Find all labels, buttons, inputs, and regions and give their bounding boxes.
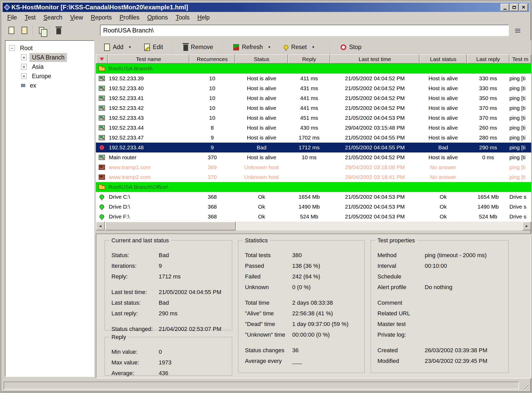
menu-reports[interactable]: Reports: [87, 13, 116, 22]
tree-item-asia[interactable]: +Asia: [5, 62, 94, 71]
cell-reply: 431 ms: [288, 85, 330, 91]
cell-reply: 1490 Mb: [288, 204, 330, 210]
delete-button[interactable]: [52, 24, 65, 37]
cell-last-status: Host is alive: [420, 125, 467, 131]
tree-item-usa-branch[interactable]: +USA Branch: [5, 53, 94, 62]
property-label: Last test time:: [111, 289, 159, 296]
column-header-recurrences[interactable]: Recurrences: [189, 54, 235, 64]
tree-item-europe[interactable]: +Europe: [5, 71, 94, 81]
property-value: 1973: [159, 359, 232, 366]
column-header-status[interactable]: Status: [235, 54, 288, 64]
refresh-button[interactable]: Refresh: [230, 42, 267, 53]
horizontal-scrollbar[interactable]: ◄ ►: [96, 222, 531, 230]
expand-icon[interactable]: +: [21, 64, 27, 70]
folder-row[interactable]: Root\USA Branch\: [96, 64, 531, 74]
menu-profiles[interactable]: Profiles: [116, 13, 143, 22]
copy-button[interactable]: [35, 24, 48, 37]
tree-item-ex[interactable]: ex: [5, 81, 94, 90]
test-toolbar: Add▼EditRemoveRefresh▼Reset▼Stop: [96, 40, 531, 54]
host-icon: [99, 96, 105, 101]
cell-last-status: Bad: [420, 144, 467, 151]
edit-test-icon: [144, 44, 150, 51]
column-header-test-name[interactable]: Test name: [108, 54, 189, 64]
folder-row[interactable]: Root\USA Branch\Office\: [96, 182, 531, 192]
cell-method: ping [ti: [509, 144, 531, 151]
property-label: Schedule: [377, 273, 425, 280]
cell-last-reply: 350 ms: [467, 95, 509, 101]
property-label: Passed: [245, 263, 292, 269]
maximize-icon: [513, 6, 516, 9]
reset-button-label: Reset: [291, 44, 307, 51]
new-test-button[interactable]: [5, 24, 18, 37]
scroll-thumb[interactable]: [105, 222, 236, 230]
property-label: "Unknown" time: [245, 331, 292, 338]
menu-file[interactable]: File: [3, 13, 21, 22]
row-icon-cell: [96, 145, 108, 150]
column-header-test-m[interactable]: Test m: [509, 54, 531, 64]
expand-icon[interactable]: +: [21, 73, 27, 79]
cell-last-reply: 1654 Mb: [467, 194, 509, 200]
menu-tools[interactable]: Tools: [172, 13, 194, 22]
cell-method: ping [ti: [509, 75, 531, 82]
test-row[interactable]: 192.52.233.3910Host is alive411 ms21/05/…: [96, 74, 531, 83]
menu-search[interactable]: Search: [39, 13, 66, 22]
reset-button[interactable]: Reset: [280, 42, 310, 53]
cell-last-reply: 370 ms: [467, 115, 509, 121]
scroll-right-arrow[interactable]: ►: [522, 222, 531, 230]
test-row[interactable]: Drive F:\368Ok524 Mb21/05/2002 04:04:53 …: [96, 212, 531, 222]
test-row[interactable]: Drive D:\368Ok1490 Mb21/05/2002 04:04:53…: [96, 202, 531, 212]
refresh-dropdown-arrow-icon[interactable]: ▼: [267, 45, 272, 49]
tree-item-root[interactable]: −Root: [5, 43, 94, 53]
scroll-left-arrow[interactable]: ◄: [96, 222, 105, 230]
menu-view[interactable]: View: [66, 13, 87, 22]
bulb-icon: [99, 214, 104, 219]
test-row[interactable]: 192.52.233.448Host is alive430 ms29/04/2…: [96, 123, 531, 133]
menu-options[interactable]: Options: [143, 13, 172, 22]
column-header-last-reply[interactable]: Last reply: [467, 54, 509, 64]
test-row[interactable]: www.tramp2.com370Unknown host29/04/2002 …: [96, 172, 531, 182]
test-row[interactable]: 192.52.233.479Host is alive1702 ms21/05/…: [96, 133, 531, 143]
column-header-last-test-time[interactable]: Last test time: [330, 54, 420, 64]
property-row: Max value:1973: [105, 359, 232, 366]
column-header-reply[interactable]: Reply: [288, 54, 330, 64]
cell-status: Unknown host: [235, 174, 288, 180]
minimize-button[interactable]: [501, 4, 509, 11]
cell-last-status: No answer: [420, 174, 467, 180]
menu-help[interactable]: Help: [194, 13, 214, 22]
close-icon: ×: [522, 4, 525, 10]
test-row[interactable]: 192.52.233.4210Host is alive441 ms21/05/…: [96, 103, 531, 113]
resize-grip[interactable]: [521, 382, 528, 389]
test-row[interactable]: 192.52.233.4010Host is alive431 ms21/05/…: [96, 83, 531, 93]
column-header-last-status[interactable]: Last status: [420, 54, 467, 64]
test-row[interactable]: 192.52.233.4110Host is alive441 ms21/05/…: [96, 93, 531, 103]
tree-item-label: USA Branch: [30, 54, 66, 62]
collapse-icon[interactable]: −: [9, 45, 15, 51]
close-button[interactable]: ×: [519, 4, 528, 11]
path-input[interactable]: [100, 25, 509, 36]
property-row: Master test: [371, 321, 508, 328]
test-row[interactable]: Drive C:\368Ok1654 Mb21/05/2002 04:04:53…: [96, 192, 531, 202]
property-row: Reply:1712 ms: [105, 273, 232, 280]
add-dropdown-arrow-icon[interactable]: ▼: [127, 45, 133, 49]
new-folder-button[interactable]: [18, 24, 31, 37]
add-button[interactable]: Add: [101, 42, 127, 53]
host-icon: [99, 105, 105, 111]
maximize-button[interactable]: [510, 4, 518, 11]
reset-dropdown-arrow-icon[interactable]: ▼: [310, 45, 316, 49]
toolbar-separator: [223, 42, 223, 52]
test-row[interactable]: www.tramp1.com369Unknown host29/04/2002 …: [96, 162, 531, 172]
view-options-button[interactable]: [511, 25, 524, 36]
remove-button[interactable]: Remove: [180, 42, 217, 53]
cell-reply: 1712 ms: [288, 144, 330, 151]
cell-method: Drive s: [509, 214, 531, 220]
new-test-icon: [9, 27, 14, 34]
priority-column-header[interactable]: [96, 54, 108, 64]
expand-icon[interactable]: +: [21, 55, 27, 60]
menu-test[interactable]: Test: [21, 13, 39, 22]
cell-last-test: 29/04/2002 03:15:48 PM: [330, 125, 420, 131]
stop-button[interactable]: Stop: [337, 42, 365, 53]
test-row[interactable]: 192.52.233.489Bad1712 ms21/05/2002 04:04…: [96, 143, 531, 152]
edit-button[interactable]: Edit: [141, 42, 167, 53]
test-row[interactable]: 192.52.233.4310Host is alive451 ms21/05/…: [96, 113, 531, 123]
test-row[interactable]: Main router370Host is alive10 ms21/05/20…: [96, 152, 531, 162]
